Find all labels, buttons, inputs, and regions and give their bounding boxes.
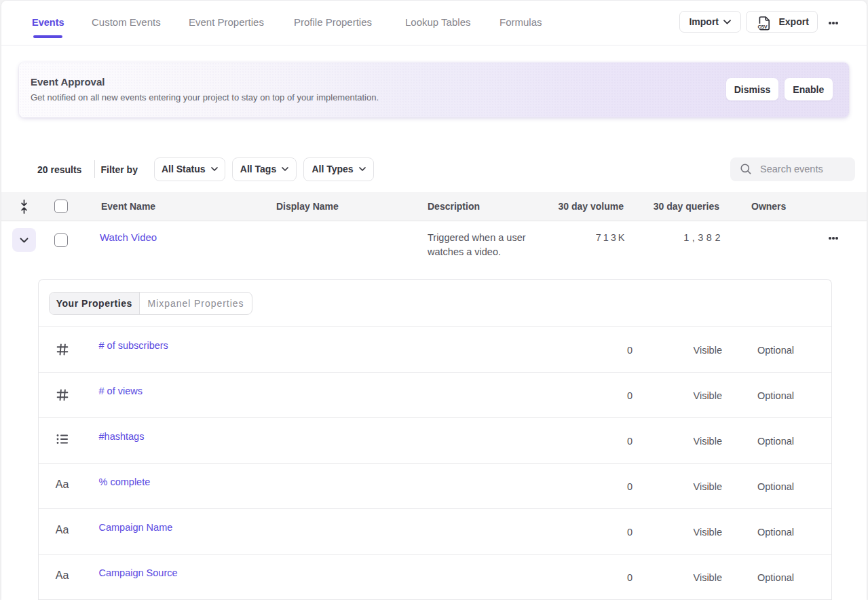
svg-text:CSV: CSV <box>757 23 767 29</box>
